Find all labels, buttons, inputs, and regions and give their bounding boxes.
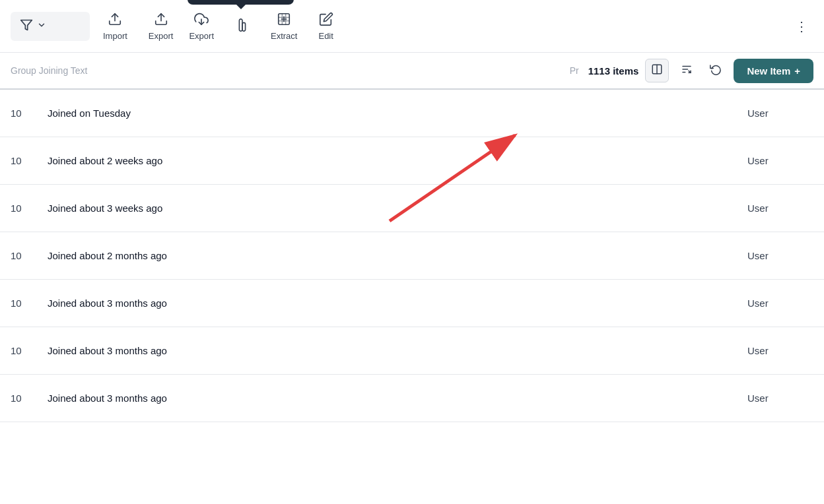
export-label: Export: [149, 31, 174, 41]
new-item-button[interactable]: New Item +: [734, 59, 813, 83]
svg-marker-0: [21, 20, 32, 30]
row-type: User: [747, 155, 813, 166]
table-body: 10 Joined on Tuesday User 10 Joined abou…: [0, 90, 824, 422]
row-id: 10: [11, 250, 37, 261]
row-id: 10: [11, 345, 37, 356]
table-row[interactable]: 10 Joined about 2 months ago User: [0, 232, 824, 280]
row-group-joining-text: Joined about 2 months ago: [37, 250, 747, 261]
new-item-plus: +: [794, 65, 800, 77]
manage-properties-tooltip: Manage Properties: [188, 0, 294, 5]
export-cloud-icon: [194, 12, 209, 28]
filter-button[interactable]: [11, 12, 90, 41]
row-type: User: [747, 345, 813, 356]
import-button[interactable]: Import: [95, 7, 135, 46]
new-item-label: New Item: [747, 65, 790, 77]
row-id: 10: [11, 393, 37, 404]
row-group-joining-text: Joined about 3 months ago: [37, 298, 747, 309]
table-row[interactable]: 10 Joined on Tuesday User: [0, 90, 824, 137]
extract-button[interactable]: Extract: [263, 7, 305, 46]
toolbar: Import Export Export: [0, 0, 824, 53]
row-type: User: [747, 250, 813, 261]
table-row[interactable]: 10 Joined about 2 weeks ago User: [0, 137, 824, 185]
columns-icon: [651, 63, 663, 78]
table-row[interactable]: 10 Joined about 3 months ago User: [0, 280, 824, 327]
col-group-joining-text-header: Group Joining Text: [11, 65, 563, 76]
row-group-joining-text: Joined about 3 weeks ago: [37, 203, 747, 214]
table-row[interactable]: 10 Joined about 3 months ago User: [0, 327, 824, 375]
import-label: Import: [103, 31, 127, 41]
filter-icon: [20, 18, 33, 34]
items-count: 1113 items: [588, 65, 639, 77]
more-button[interactable]: ⋮: [790, 13, 813, 40]
row-id: 10: [11, 203, 37, 214]
edit-button[interactable]: Edit: [310, 7, 341, 46]
row-type: User: [747, 393, 813, 404]
extract-label: Extract: [271, 31, 297, 41]
table-row[interactable]: 10 Joined about 3 weeks ago User: [0, 185, 824, 232]
export-icon: [154, 12, 168, 28]
row-group-joining-text: Joined about 2 weeks ago: [37, 155, 747, 166]
row-id: 10: [11, 155, 37, 166]
sort-button[interactable]: [675, 59, 698, 82]
import-icon: [108, 12, 122, 28]
edit-label: Edit: [318, 31, 333, 41]
table-row[interactable]: 10 Joined about 3 months ago User: [0, 375, 824, 422]
row-type: User: [747, 108, 813, 119]
row-id: 10: [11, 298, 37, 309]
columns-toggle-button[interactable]: [645, 59, 669, 82]
col-pr-header: Pr: [570, 65, 579, 76]
export-button[interactable]: Export: [141, 7, 182, 46]
row-group-joining-text: Joined about 3 months ago: [37, 393, 747, 404]
row-type: User: [747, 298, 813, 309]
row-group-joining-text: Joined on Tuesday: [37, 108, 747, 119]
chevron-down-icon: [37, 20, 46, 32]
extract-icon: [277, 12, 291, 28]
row-id: 10: [11, 108, 37, 119]
history-icon: [710, 63, 722, 78]
sort-icon: [681, 63, 693, 78]
export-cloud-button[interactable]: Export: [181, 7, 222, 46]
edit-icon: [319, 12, 333, 28]
row-type: User: [747, 203, 813, 214]
sub-toolbar: Group Joining Text Pr 1113 items: [0, 53, 824, 90]
export-cloud-label: Export: [189, 31, 214, 41]
more-icon: ⋮: [795, 19, 808, 34]
manage-properties-button[interactable]: Manage Properties: [227, 13, 258, 40]
manage-properties-icon: [235, 18, 250, 34]
history-button[interactable]: [704, 59, 727, 82]
row-group-joining-text: Joined about 3 months ago: [37, 345, 747, 356]
